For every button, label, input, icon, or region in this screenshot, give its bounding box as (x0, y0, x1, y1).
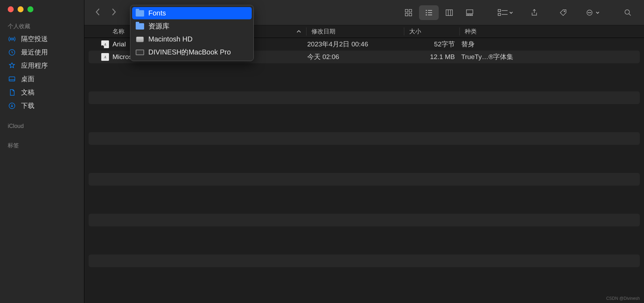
sidebar-section-icloud: iCloud (0, 120, 84, 131)
column-date-label: 修改日期 (311, 28, 335, 35)
column-view-button[interactable] (439, 5, 459, 20)
window-controls (0, 6, 84, 19)
sort-ascending-icon (296, 28, 301, 35)
folder-icon (136, 10, 144, 17)
view-switcher (399, 5, 479, 20)
action-menu-button[interactable] (582, 5, 602, 20)
macbook-icon (136, 49, 144, 56)
file-date: 2023年4月2日 00:46 (307, 40, 404, 49)
file-kind: TrueTy…®字体集 (460, 52, 640, 62)
svg-point-29 (591, 12, 591, 13)
sidebar-item-airdrop[interactable]: 隔空投送 (0, 32, 84, 46)
svg-rect-19 (469, 14, 470, 15)
share-button[interactable] (524, 5, 544, 20)
breadcrumb-item-computer[interactable]: DIVINESH的MacBook Pro (132, 45, 252, 59)
sidebar-item-downloads[interactable]: 下载 (0, 99, 84, 112)
column-header-kind[interactable]: 种类 (460, 27, 644, 36)
svg-rect-21 (498, 9, 501, 12)
airdrop-icon (8, 35, 16, 43)
file-name: Arial (112, 40, 126, 48)
svg-rect-20 (471, 14, 473, 15)
svg-point-27 (588, 12, 589, 13)
empty-row (89, 193, 640, 206)
breadcrumb-item-fonts[interactable]: Fonts (132, 7, 252, 19)
svg-line-31 (629, 13, 631, 15)
minimize-window-button[interactable] (18, 6, 24, 12)
sidebar-item-label: 文稿 (21, 88, 34, 97)
svg-point-12 (426, 14, 427, 15)
column-name-label: 名称 (112, 27, 124, 36)
gallery-view-button[interactable] (460, 5, 479, 20)
empty-row (89, 71, 640, 84)
column-header-date[interactable]: 修改日期 (307, 27, 404, 36)
sidebar-item-recents[interactable]: 最近使用 (0, 46, 84, 59)
svg-rect-22 (498, 13, 501, 15)
svg-rect-18 (466, 14, 468, 15)
column-size-label: 大小 (409, 28, 421, 35)
zoom-window-button[interactable] (27, 6, 33, 12)
breadcrumb-item-macintosh-hd[interactable]: Macintosh HD (132, 33, 252, 45)
breadcrumb-path-menu: Fonts 资源库 Macintosh HD DIVINESH的MacBook … (130, 5, 254, 61)
file-size: 12.1 MB (404, 53, 460, 61)
breadcrumb-label: 资源库 (148, 21, 169, 31)
tags-button[interactable] (553, 5, 573, 20)
column-kind-label: 种类 (465, 28, 477, 35)
svg-point-30 (625, 9, 630, 14)
svg-point-0 (11, 38, 13, 40)
empty-row (89, 173, 640, 186)
sidebar-item-label: 最近使用 (21, 48, 48, 57)
svg-rect-17 (466, 9, 473, 13)
sidebar-item-label: 隔空投送 (21, 34, 48, 44)
clock-icon (8, 48, 16, 57)
empty-row (89, 214, 640, 226)
empty-row (89, 132, 640, 145)
empty-row (89, 112, 640, 124)
back-button[interactable] (94, 8, 101, 18)
svg-rect-7 (409, 13, 412, 15)
hard-drive-icon (136, 36, 144, 43)
sidebar-item-label: 应用程序 (21, 61, 48, 70)
sidebar-item-applications[interactable]: 应用程序 (0, 59, 84, 72)
icon-view-button[interactable] (399, 5, 418, 20)
desktop-icon (8, 75, 16, 83)
sidebar-item-label: 下载 (21, 101, 34, 110)
empty-row (89, 234, 640, 247)
finder-window: 个人收藏 隔空投送 最近使用 应用程序 桌面 文稿 下载 iCloud 标签 (0, 0, 644, 303)
applications-icon (8, 62, 16, 70)
breadcrumb-label: Macintosh HD (148, 35, 193, 43)
file-size: 52字节 (404, 40, 460, 49)
file-date: 今天 02:06 (307, 52, 404, 62)
svg-rect-4 (405, 9, 408, 12)
breadcrumb-label: DIVINESH的MacBook Pro (148, 47, 231, 57)
sidebar-item-label: 桌面 (21, 75, 34, 84)
font-file-icon: A (101, 53, 109, 61)
forward-button[interactable] (110, 8, 117, 18)
empty-row (89, 153, 640, 165)
breadcrumb-item-library[interactable]: 资源库 (132, 19, 252, 33)
svg-rect-2 (9, 77, 15, 81)
list-view-button[interactable] (419, 5, 439, 20)
sidebar: 个人收藏 隔空投送 最近使用 应用程序 桌面 文稿 下载 iCloud 标签 (0, 0, 84, 303)
svg-rect-5 (409, 9, 412, 12)
watermark: CSDN @Divinesh (606, 296, 640, 301)
column-header-size[interactable]: 大小 (404, 27, 460, 36)
breadcrumb-label: Fonts (148, 9, 166, 17)
group-by-button[interactable] (496, 5, 515, 20)
chevron-down-icon (509, 9, 513, 16)
sidebar-item-desktop[interactable]: 桌面 (0, 72, 84, 86)
empty-row (89, 254, 640, 267)
file-kind: 替身 (460, 40, 640, 49)
empty-row (89, 91, 640, 104)
document-icon (8, 88, 16, 97)
svg-point-10 (426, 12, 427, 13)
sidebar-item-documents[interactable]: 文稿 (0, 86, 84, 99)
download-icon (8, 102, 16, 110)
chevron-down-icon (595, 9, 600, 16)
svg-rect-6 (405, 13, 408, 15)
file-list: A Arial 2023年4月2日 00:46 52字节 替身 A Micros… (84, 38, 644, 303)
search-button[interactable] (618, 5, 638, 20)
close-window-button[interactable] (8, 6, 14, 12)
folder-icon (136, 23, 144, 30)
font-alias-icon: A (101, 40, 109, 48)
sidebar-section-tags: 标签 (0, 138, 84, 152)
